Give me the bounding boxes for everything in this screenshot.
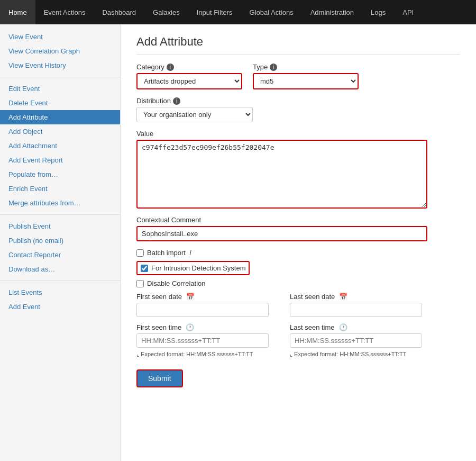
sidebar: View Event View Correlation Graph View E… bbox=[0, 24, 121, 461]
disable-correlation-label: Disable Correlation bbox=[147, 279, 206, 287]
sidebar-item-publish-no-email[interactable]: Publish (no email) bbox=[0, 233, 120, 248]
sidebar-item-view-event[interactable]: View Event bbox=[0, 30, 120, 44]
ids-checkbox[interactable] bbox=[141, 265, 148, 272]
sidebar-item-add-attribute[interactable]: Add Attribute bbox=[0, 110, 120, 124]
type-group: Type i md5 bbox=[253, 63, 359, 89]
batch-import-info-icon[interactable]: i bbox=[190, 249, 191, 257]
sidebar-item-add-event-report[interactable]: Add Event Report bbox=[0, 153, 120, 167]
category-select[interactable]: Artifacts dropped bbox=[136, 73, 242, 89]
batch-import-row: Batch import i bbox=[136, 249, 460, 257]
sidebar-item-add-attachment[interactable]: Add Attachment bbox=[0, 139, 120, 153]
distribution-info-icon[interactable]: i bbox=[173, 97, 180, 105]
last-seen-time-label: Last seen time 🕐 bbox=[290, 323, 422, 331]
sidebar-item-populate-from[interactable]: Populate from… bbox=[0, 167, 120, 182]
last-seen-time-group: Last seen time 🕐 Expected format: HH:MM:… bbox=[290, 323, 422, 358]
first-seen-time-hint: Expected format: HH:MM:SS.ssssss+TT:TT bbox=[136, 351, 269, 358]
sidebar-item-add-event[interactable]: Add Event bbox=[0, 300, 120, 314]
clock-icon-last: 🕐 bbox=[339, 323, 347, 331]
sidebar-divider-3 bbox=[0, 281, 120, 281]
main-content: Add Attribute Category i Artifacts dropp… bbox=[121, 24, 476, 461]
clock-icon-first: 🕐 bbox=[186, 323, 194, 331]
submit-button[interactable]: Submit bbox=[136, 369, 183, 387]
last-seen-time-input[interactable] bbox=[290, 333, 422, 348]
disable-correlation-row: Disable Correlation bbox=[136, 279, 460, 287]
sidebar-item-view-event-history[interactable]: View Event History bbox=[0, 58, 120, 73]
ids-row: For Intrusion Detection System bbox=[136, 261, 250, 275]
nav-input-filters[interactable]: Input Filters bbox=[188, 0, 241, 24]
first-seen-date-group: First seen date 📅 bbox=[136, 293, 269, 317]
page-title: Add Attribute bbox=[136, 35, 460, 55]
batch-import-label: Batch import i bbox=[147, 249, 191, 257]
distribution-select[interactable]: Your organisation only This community on… bbox=[136, 107, 253, 122]
sidebar-item-list-events[interactable]: List Events bbox=[0, 285, 120, 300]
last-seen-time-hint: Expected format: HH:MM:SS.ssssss+TT:TT bbox=[290, 351, 422, 358]
contextual-comment-group: Contextual Comment bbox=[136, 216, 460, 241]
date-time-section: First seen date 📅 Last seen date 📅 bbox=[136, 293, 460, 358]
contextual-comment-label: Contextual Comment bbox=[136, 216, 460, 224]
type-info-icon[interactable]: i bbox=[270, 64, 277, 71]
ids-label: For Intrusion Detection System bbox=[151, 264, 245, 272]
distribution-section: Distribution i Your organisation only Th… bbox=[136, 97, 460, 122]
sidebar-divider-2 bbox=[0, 214, 120, 215]
nav-dashboard[interactable]: Dashboard bbox=[94, 0, 144, 24]
contextual-comment-section: Contextual Comment bbox=[136, 216, 460, 241]
nav-home[interactable]: Home bbox=[0, 0, 35, 24]
category-info-icon[interactable]: i bbox=[167, 64, 174, 71]
main-layout: View Event View Correlation Graph View E… bbox=[0, 24, 476, 461]
value-section: Value c974ffe23d57ec909ef26b55f202047e bbox=[136, 130, 460, 209]
category-group: Category i Artifacts dropped bbox=[136, 63, 242, 89]
sidebar-item-enrich-event[interactable]: Enrich Event bbox=[0, 182, 120, 196]
sidebar-item-view-correlation-graph[interactable]: View Correlation Graph bbox=[0, 44, 120, 58]
last-seen-date-input[interactable] bbox=[290, 303, 422, 317]
value-textarea[interactable]: c974ffe23d57ec909ef26b55f202047e bbox=[136, 140, 427, 209]
nav-api[interactable]: API bbox=[394, 0, 422, 24]
last-seen-date-group: Last seen date 📅 bbox=[290, 293, 422, 317]
top-navigation: Home Event Actions Dashboard Galaxies In… bbox=[0, 0, 476, 24]
disable-correlation-checkbox[interactable] bbox=[136, 280, 144, 287]
sidebar-divider-1 bbox=[0, 77, 120, 77]
sidebar-item-contact-reporter[interactable]: Contact Reporter bbox=[0, 248, 120, 262]
calendar-icon-last: 📅 bbox=[339, 293, 347, 301]
contextual-comment-input[interactable] bbox=[136, 226, 427, 241]
sidebar-item-merge-attributes[interactable]: Merge attributes from… bbox=[0, 196, 120, 210]
nav-event-actions[interactable]: Event Actions bbox=[35, 0, 94, 24]
seen-date-row: First seen date 📅 Last seen date 📅 bbox=[136, 293, 460, 317]
distribution-label: Distribution i bbox=[136, 97, 460, 105]
value-group: Value c974ffe23d57ec909ef26b55f202047e bbox=[136, 130, 460, 209]
type-label: Type i bbox=[253, 63, 359, 71]
nav-logs[interactable]: Logs bbox=[362, 0, 394, 24]
nav-administration[interactable]: Administration bbox=[302, 0, 362, 24]
first-seen-date-input[interactable] bbox=[136, 303, 269, 317]
first-seen-date-label: First seen date 📅 bbox=[136, 293, 269, 301]
nav-global-actions[interactable]: Global Actions bbox=[241, 0, 302, 24]
distribution-group: Distribution i Your organisation only Th… bbox=[136, 97, 460, 122]
sidebar-item-edit-event[interactable]: Edit Event bbox=[0, 82, 120, 96]
nav-galaxies[interactable]: Galaxies bbox=[144, 0, 188, 24]
sidebar-item-delete-event[interactable]: Delete Event bbox=[0, 96, 120, 110]
sidebar-item-add-object[interactable]: Add Object bbox=[0, 124, 120, 139]
category-type-row: Category i Artifacts dropped Type i md5 bbox=[136, 63, 460, 89]
calendar-icon-first: 📅 bbox=[186, 293, 195, 301]
value-label: Value bbox=[136, 130, 460, 138]
type-select[interactable]: md5 bbox=[253, 73, 359, 89]
first-seen-time-input[interactable] bbox=[136, 333, 269, 348]
first-seen-time-label: First seen time 🕐 bbox=[136, 323, 269, 331]
sidebar-item-download-as[interactable]: Download as… bbox=[0, 262, 120, 276]
last-seen-date-label: Last seen date 📅 bbox=[290, 293, 422, 301]
batch-import-checkbox[interactable] bbox=[136, 249, 144, 257]
first-seen-time-group: First seen time 🕐 Expected format: HH:MM… bbox=[136, 323, 269, 358]
category-label: Category i bbox=[136, 63, 242, 71]
sidebar-item-publish-event[interactable]: Publish Event bbox=[0, 219, 120, 233]
seen-time-row: First seen time 🕐 Expected format: HH:MM… bbox=[136, 323, 460, 358]
